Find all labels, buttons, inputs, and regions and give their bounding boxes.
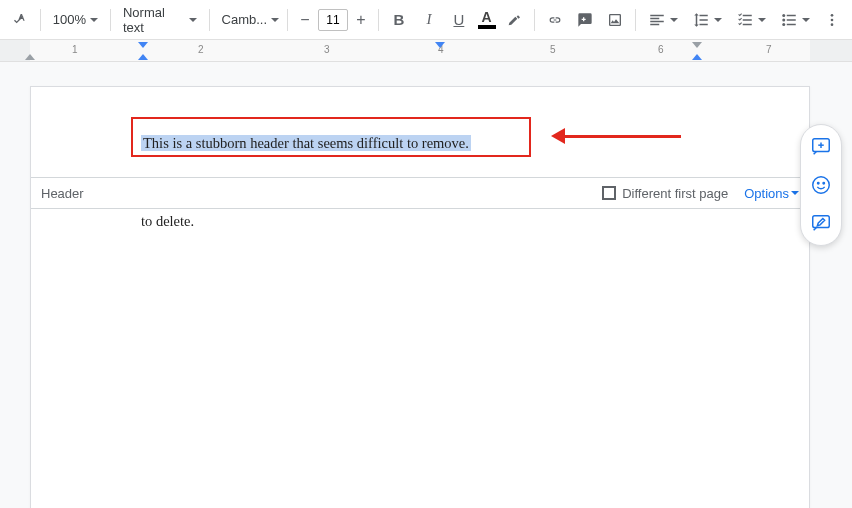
left-margin-marker[interactable] — [25, 54, 35, 60]
text-color-swatch — [478, 25, 496, 29]
different-first-page-label: Different first page — [622, 186, 728, 201]
svg-point-5 — [831, 23, 834, 26]
document-page[interactable]: This is a stubborn header that seems dif… — [30, 86, 810, 508]
link-icon — [547, 11, 563, 29]
comment-plus-icon — [810, 136, 832, 158]
header-text[interactable]: This is a stubborn header that seems dif… — [141, 135, 471, 151]
zoom-value: 100% — [53, 12, 86, 27]
suggest-edit-icon — [810, 212, 832, 234]
insert-link-button[interactable] — [541, 6, 569, 34]
text-color-button[interactable]: A — [475, 10, 498, 29]
svg-point-0 — [782, 14, 785, 17]
ruler-number: 1 — [72, 44, 78, 55]
right-margin-marker[interactable] — [692, 42, 702, 48]
bulleted-list-select[interactable] — [774, 6, 816, 34]
image-icon — [607, 11, 623, 29]
svg-rect-12 — [813, 216, 830, 228]
font-value: Camb... — [222, 12, 268, 27]
comment-plus-icon — [577, 11, 593, 29]
spellcheck-button[interactable] — [6, 6, 34, 34]
suggest-edits-button[interactable] — [805, 207, 837, 239]
ruler-scale: 1 2 3 4 5 6 7 — [30, 40, 820, 61]
right-indent-marker[interactable] — [692, 54, 702, 60]
chevron-down-icon — [791, 191, 799, 195]
horizontal-ruler[interactable]: 1 2 3 4 5 6 7 — [0, 40, 852, 62]
options-label: Options — [744, 186, 789, 201]
highlighter-icon — [506, 11, 522, 29]
chevron-down-icon — [189, 18, 197, 22]
zoom-select[interactable]: 100% — [47, 6, 104, 34]
svg-point-11 — [823, 182, 824, 183]
separator — [378, 9, 379, 31]
svg-point-3 — [831, 14, 834, 17]
comment-rail — [800, 124, 842, 246]
italic-button[interactable]: I — [415, 6, 443, 34]
line-spacing-icon — [692, 11, 710, 29]
chevron-down-icon — [670, 18, 678, 22]
separator — [635, 9, 636, 31]
ruler-number: 3 — [324, 44, 330, 55]
highlight-button[interactable] — [500, 6, 528, 34]
separator — [40, 9, 41, 31]
chevron-down-icon — [90, 18, 98, 22]
kebab-icon — [824, 11, 840, 29]
header-options-bar: Header Different first page Options — [31, 177, 809, 209]
header-options-dropdown[interactable]: Options — [744, 186, 799, 201]
emoji-reaction-button[interactable] — [805, 169, 837, 201]
spellcheck-icon — [12, 11, 28, 29]
text-color-letter: A — [482, 10, 492, 24]
align-left-icon — [648, 11, 666, 29]
checkbox-icon — [602, 186, 616, 200]
underline-button[interactable]: U — [445, 6, 473, 34]
svg-point-10 — [818, 182, 819, 183]
header-section-label: Header — [41, 186, 84, 201]
smiley-icon — [810, 174, 832, 196]
separator — [287, 9, 288, 31]
body-text-fragment: to delete. — [141, 213, 194, 230]
checklist-icon — [736, 11, 754, 29]
chevron-down-icon — [758, 18, 766, 22]
font-select[interactable]: Camb... — [216, 6, 282, 34]
add-comment-button[interactable] — [571, 6, 599, 34]
svg-point-4 — [831, 18, 834, 21]
tab-marker[interactable] — [435, 42, 445, 48]
bullet-list-icon — [780, 11, 798, 29]
separator — [534, 9, 535, 31]
paragraph-style-select[interactable]: Normal text — [117, 6, 203, 34]
svg-point-9 — [813, 177, 830, 194]
svg-point-2 — [782, 23, 785, 26]
insert-image-button[interactable] — [601, 6, 629, 34]
toolbar: 100% Normal text Camb... − + B I U A — [0, 0, 852, 40]
ruler-number: 6 — [658, 44, 664, 55]
font-size-group: − + — [294, 9, 372, 31]
first-line-indent-marker[interactable] — [138, 42, 148, 48]
different-first-page-checkbox[interactable]: Different first page — [602, 186, 728, 201]
more-button[interactable] — [818, 6, 846, 34]
separator — [110, 9, 111, 31]
left-indent-marker[interactable] — [138, 54, 148, 60]
line-spacing-select[interactable] — [686, 6, 728, 34]
separator — [209, 9, 210, 31]
style-value: Normal text — [123, 5, 185, 35]
bold-button[interactable]: B — [385, 6, 413, 34]
chevron-down-icon — [271, 18, 279, 22]
chevron-down-icon — [714, 18, 722, 22]
decrease-font-button[interactable]: − — [294, 9, 316, 31]
align-select[interactable] — [642, 6, 684, 34]
increase-font-button[interactable]: + — [350, 9, 372, 31]
arrow-line — [563, 135, 681, 138]
header-region[interactable]: This is a stubborn header that seems dif… — [141, 135, 471, 152]
ruler-number: 2 — [198, 44, 204, 55]
checklist-select[interactable] — [730, 6, 772, 34]
font-size-input[interactable] — [318, 9, 348, 31]
ruler-number: 7 — [766, 44, 772, 55]
new-comment-button[interactable] — [805, 131, 837, 163]
document-canvas: This is a stubborn header that seems dif… — [0, 62, 852, 508]
chevron-down-icon — [802, 18, 810, 22]
ruler-number: 5 — [550, 44, 556, 55]
svg-point-1 — [782, 18, 785, 21]
